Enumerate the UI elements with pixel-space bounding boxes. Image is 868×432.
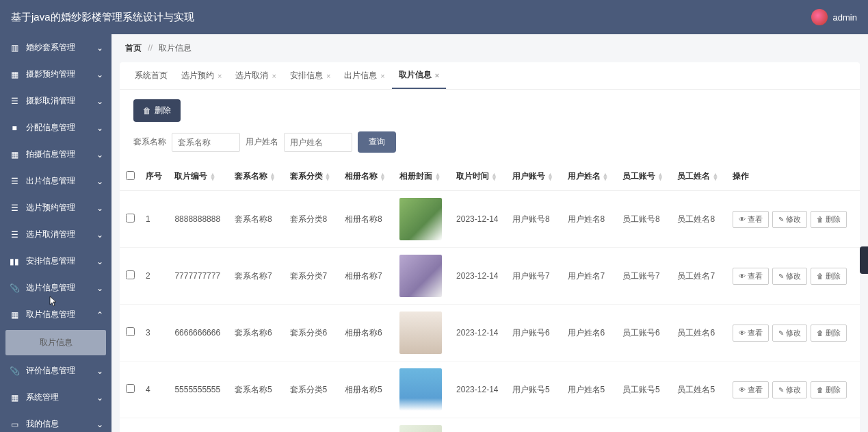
- menu-icon: ☰: [10, 230, 19, 240]
- edit-icon: ✎: [778, 386, 784, 394]
- delete-row-button[interactable]: 🗑删除: [811, 268, 847, 285]
- menu-icon: ■: [10, 123, 19, 133]
- menu-icon: ▦: [10, 150, 19, 160]
- delete-row-button[interactable]: 🗑删除: [811, 211, 847, 228]
- search-input-user[interactable]: [284, 133, 352, 152]
- check-all[interactable]: [126, 171, 135, 180]
- tab-5[interactable]: 取片信息×: [392, 62, 446, 89]
- chevron-down-icon: ⌄: [96, 70, 103, 79]
- chevron-down-icon: ⌄: [96, 393, 103, 403]
- cell-eacc: 员工账号8: [617, 191, 672, 248]
- cell-ename: 员工姓名6: [672, 305, 726, 361]
- col-7[interactable]: 用户账号▲▼: [507, 162, 562, 191]
- sidebar-item-1[interactable]: ▦摄影预约管理⌄: [0, 61, 111, 88]
- sidebar-item-5[interactable]: ☰出片信息管理⌄: [0, 168, 111, 194]
- sidebar-item-10[interactable]: ▦取片信息管理⌃: [0, 301, 111, 328]
- eye-icon: 👁: [739, 386, 746, 394]
- edit-button[interactable]: ✎修改: [772, 268, 807, 285]
- col-2[interactable]: 套系名称▲▼: [229, 162, 284, 191]
- cell-uacc: 用户账号6: [507, 305, 562, 361]
- view-button[interactable]: 👁查看: [733, 381, 769, 398]
- row-checkbox[interactable]: [126, 384, 135, 393]
- sort-icon: ▲▼: [325, 173, 331, 181]
- delete-row-button[interactable]: 🗑删除: [811, 325, 847, 342]
- trash-icon: 🗑: [143, 106, 151, 116]
- col-6[interactable]: 取片时间▲▼: [451, 162, 507, 191]
- col-9[interactable]: 员工账号▲▼: [617, 162, 672, 191]
- sidebar-item-label: 摄影预约管理: [26, 68, 75, 80]
- sidebar: ▥婚纱套系管理⌄▦摄影预约管理⌄☰摄影取消管理⌄■分配信息管理⌄▦拍摄信息管理⌄…: [0, 34, 111, 432]
- tab-1[interactable]: 选片预约×: [174, 62, 228, 89]
- cell-uacc: 用户账号7: [507, 248, 562, 305]
- view-button[interactable]: 👁查看: [733, 268, 769, 285]
- tab-label: 系统首页: [135, 70, 168, 81]
- edit-button[interactable]: ✎修改: [772, 325, 807, 342]
- cell-uacc: 用户账号8: [507, 191, 562, 248]
- sort-icon: ▲▼: [434, 173, 440, 181]
- cell-ops: 👁查看✎修改🗑删除: [727, 305, 860, 361]
- sidebar-item-8[interactable]: ▮▮安排信息管理⌄: [0, 248, 111, 275]
- trash-icon: 🗑: [817, 216, 824, 223]
- edit-button[interactable]: ✎修改: [772, 211, 807, 228]
- delete-row-button[interactable]: 🗑删除: [811, 381, 847, 398]
- row-checkbox[interactable]: [126, 270, 135, 279]
- cell-ename: 员工姓名5: [672, 361, 726, 418]
- cover-image: [399, 198, 442, 240]
- close-icon[interactable]: ×: [326, 72, 330, 80]
- menu-icon: ▦: [10, 393, 19, 403]
- app-title: 基于java的婚纱影楼管理系统设计与实现: [11, 11, 194, 24]
- tab-0[interactable]: 系统首页: [128, 62, 174, 89]
- close-icon[interactable]: ×: [272, 72, 276, 80]
- sidebar-item-9[interactable]: 📎选片信息管理⌄: [0, 275, 111, 301]
- sidebar-item-7[interactable]: ☰选片取消管理⌄: [0, 221, 111, 248]
- sort-icon: ▲▼: [657, 173, 663, 181]
- sidebar-item-11[interactable]: 📎评价信息管理⌄: [0, 357, 111, 384]
- tab-4[interactable]: 出片信息×: [337, 62, 391, 89]
- edit-icon: ✎: [778, 272, 784, 280]
- edit-icon: ✎: [778, 329, 784, 337]
- row-checkbox[interactable]: [126, 214, 135, 223]
- sidebar-item-2[interactable]: ☰摄影取消管理⌄: [0, 88, 111, 114]
- close-icon[interactable]: ×: [380, 72, 384, 80]
- breadcrumb-home[interactable]: 首页: [125, 43, 142, 53]
- cell-code: 8888888888: [169, 191, 229, 248]
- col-1[interactable]: 取片编号▲▼: [169, 162, 229, 191]
- sidebar-item-4[interactable]: ▦拍摄信息管理⌄: [0, 141, 111, 168]
- sidebar-item-6[interactable]: ☰选片预约管理⌄: [0, 194, 111, 221]
- view-button[interactable]: 👁查看: [733, 325, 769, 342]
- col-3[interactable]: 套系分类▲▼: [285, 162, 339, 191]
- sidebar-item-3[interactable]: ■分配信息管理⌄: [0, 114, 111, 141]
- delete-button[interactable]: 🗑 删除: [133, 99, 181, 122]
- edit-button[interactable]: ✎修改: [772, 381, 807, 398]
- search-button[interactable]: 查询: [358, 131, 396, 153]
- sort-icon: ▲▼: [712, 173, 718, 181]
- cell-cat: 套系分类5: [285, 361, 339, 418]
- sidebar-item-13[interactable]: ▭我的信息⌄: [0, 411, 111, 432]
- col-5[interactable]: 相册封面▲▼: [394, 162, 451, 191]
- chevron-down-icon: ⌄: [96, 97, 103, 106]
- search-input-name[interactable]: [172, 133, 240, 152]
- tab-3[interactable]: 安排信息×: [283, 62, 337, 89]
- close-icon[interactable]: ×: [218, 72, 222, 80]
- cell-name: 套系名称5: [229, 361, 284, 418]
- header-user[interactable]: admin: [811, 9, 857, 25]
- col-8[interactable]: 用户姓名▲▼: [562, 162, 617, 191]
- right-handle[interactable]: [860, 246, 868, 274]
- col-4[interactable]: 相册名称▲▼: [339, 162, 394, 191]
- sidebar-subitem[interactable]: 取片信息: [5, 330, 106, 355]
- cell-cat: 套系分类7: [285, 248, 339, 305]
- tab-label: 选片取消: [235, 70, 268, 81]
- row-checkbox[interactable]: [126, 327, 135, 336]
- sidebar-item-label: 我的信息: [26, 418, 59, 430]
- sidebar-item-0[interactable]: ▥婚纱套系管理⌄: [0, 34, 111, 61]
- view-button[interactable]: 👁查看: [733, 211, 769, 228]
- close-icon[interactable]: ×: [435, 71, 439, 79]
- chevron-down-icon: ⌄: [96, 203, 103, 213]
- cell-eacc: 员工账号6: [617, 305, 672, 361]
- sidebar-item-label: 选片取消管理: [26, 229, 75, 240]
- sidebar-item-12[interactable]: ▦系统管理⌄: [0, 384, 111, 411]
- toolbar: 🗑 删除: [120, 90, 860, 127]
- eye-icon: 👁: [739, 272, 746, 280]
- tab-2[interactable]: 选片取消×: [228, 62, 282, 89]
- col-10[interactable]: 员工姓名▲▼: [672, 162, 726, 191]
